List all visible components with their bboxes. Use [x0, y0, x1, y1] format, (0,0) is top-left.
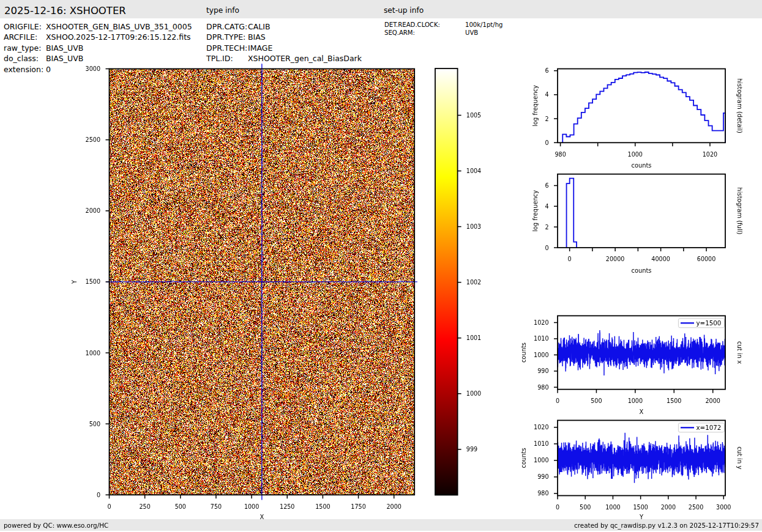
x-tick-label: 750: [211, 503, 222, 510]
x-tick-label: 500: [580, 504, 591, 511]
y-tick-label: 1000: [534, 457, 548, 464]
colorbar-frame: [435, 68, 458, 495]
y-tick-label: 500: [89, 421, 100, 427]
hist-detail-curve: [562, 72, 725, 142]
y-tick-label: 980: [537, 384, 548, 391]
x-axis-label-hist_detail: counts: [631, 162, 651, 169]
x-tick-label: 1500: [633, 504, 648, 511]
y-tick-label: 1000: [534, 352, 548, 358]
colorbar-tick-label: 1002: [466, 279, 481, 286]
x-tick-label: 2000: [386, 503, 401, 510]
x-axis-label-raw_image: X: [260, 514, 264, 520]
right-axis-label-cut_y: cut in y: [736, 446, 743, 469]
y-tick-label: 2000: [86, 207, 100, 214]
colorbar-tick-label: 1001: [466, 334, 481, 341]
cut_y-trace: [558, 433, 725, 483]
x-tick-label: 3000: [716, 504, 731, 511]
colorbar-tick-label: 1004: [466, 168, 481, 174]
y-tick-label: 990: [537, 368, 548, 374]
y-tick-label: 1000: [86, 350, 100, 357]
y-tick-label: 0: [545, 139, 548, 146]
y-tick-label: 1020: [534, 424, 548, 430]
x-tick-label: 2500: [689, 504, 703, 511]
x-axis-label-cut_x: X: [640, 408, 644, 415]
y-tick-label: 4: [545, 91, 548, 98]
x-tick-label: 1000: [628, 397, 643, 404]
y-tick-label: 2500: [86, 136, 100, 143]
y-tick-label: 1010: [534, 335, 548, 342]
y-tick-label: 980: [537, 490, 548, 497]
cut_y-legend-label: x=1072: [697, 424, 722, 431]
right-axis-label-hist_detail: histogram (detail): [736, 78, 743, 133]
x-tick-label: 1000: [605, 504, 620, 511]
x-tick-label: 2000: [705, 397, 720, 404]
footer-right-text: created by qc_rawdisp.py v1.2.3 on 2025-…: [574, 522, 759, 529]
qc-rawdisp-page: 2025-12-16: XSHOOTER type info set-up in…: [0, 0, 762, 532]
plots-overlay: 0250500750100012501500175020000500100015…: [0, 0, 762, 532]
y-tick-label: 2: [545, 224, 548, 231]
colorbar-tick-label: 1005: [466, 112, 481, 119]
x-tick-label: 980: [555, 151, 566, 158]
y-tick-label: 1010: [534, 440, 548, 447]
colorbar-tick-label: 999: [466, 446, 477, 453]
y-tick-label: 1500: [86, 278, 100, 285]
y-tick-label: 6: [545, 182, 548, 189]
cut_x-trace: [558, 330, 725, 375]
y-tick-label: 0: [97, 492, 100, 498]
y-tick-label: 1020: [534, 319, 548, 326]
x-tick-label: 500: [591, 397, 602, 404]
x-tick-label: 2000: [661, 504, 676, 511]
x-tick-label: 60000: [697, 256, 716, 262]
x-tick-label: 1000: [244, 503, 259, 510]
y-tick-label: 2: [545, 116, 548, 122]
x-tick-label: 1020: [703, 151, 717, 158]
y-tick-label: 0: [545, 245, 548, 251]
x-tick-label: 1000: [628, 151, 643, 158]
right-axis-label-hist_full: histogram (full): [736, 187, 743, 234]
footer-left-text: powered by QC: www.eso.org/HC: [4, 522, 108, 529]
x-tick-label: 1500: [315, 503, 330, 510]
y-axis-label-cut_x: counts: [520, 342, 527, 363]
colorbar-tick-label: 1000: [466, 390, 481, 397]
x-tick-label: 250: [139, 503, 150, 510]
y-tick-label: 6: [545, 67, 548, 74]
axes-frame-hist_detail: [558, 69, 725, 143]
hist-full-curve: [567, 179, 577, 248]
x-tick-label: 0: [556, 504, 559, 511]
x-tick-label: 40000: [651, 256, 670, 262]
x-tick-label: 0: [568, 256, 572, 262]
x-axis-label-hist_full: counts: [631, 267, 651, 274]
colorbar-tick-label: 1003: [466, 223, 481, 230]
x-tick-label: 0: [107, 503, 111, 510]
axes-frame-hist_full: [558, 174, 725, 248]
y-axis-label-cut_y: counts: [520, 448, 527, 468]
right-axis-label-cut_x: cut in x: [736, 341, 743, 364]
x-tick-label: 500: [175, 503, 186, 510]
y-axis-label-hist_detail: log frequency: [532, 85, 539, 127]
y-axis-label-raw_image: Y: [71, 279, 78, 284]
x-tick-label: 1750: [351, 503, 365, 510]
x-tick-label: 1250: [280, 503, 294, 510]
cut_x-legend-label: y=1500: [697, 319, 722, 327]
y-tick-label: 990: [537, 473, 548, 480]
y-axis-label-hist_full: log frequency: [532, 190, 539, 232]
x-tick-label: 1500: [667, 397, 681, 404]
x-tick-label: 0: [556, 397, 559, 404]
y-tick-label: 3000: [86, 65, 100, 72]
x-axis-label-cut_y: Y: [639, 514, 644, 520]
y-tick-label: 4: [545, 203, 548, 210]
x-tick-label: 20000: [606, 256, 625, 262]
